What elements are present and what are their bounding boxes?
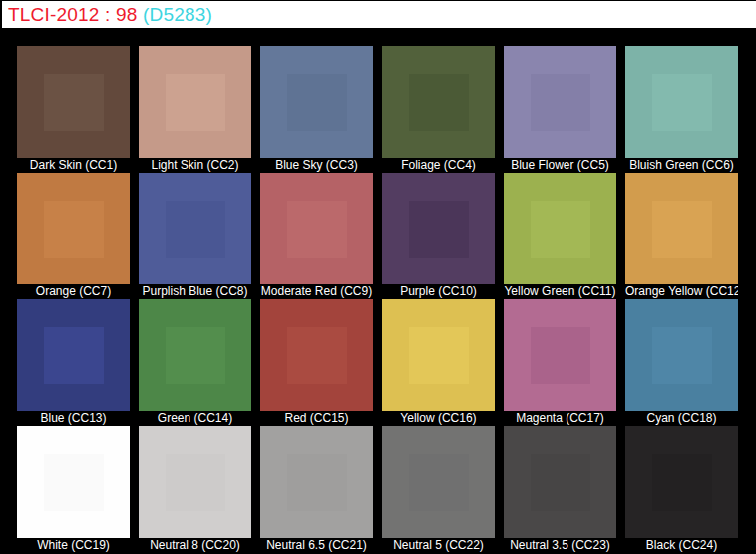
patch-swatch-inner-CC10: [409, 201, 469, 258]
patch-swatch-inner-CC12: [652, 201, 712, 258]
patch-cell-CC14: Green (CC14): [139, 299, 251, 426]
patch-label-CC2: Light Skin (CC2): [139, 158, 251, 173]
patch-swatch-inner-CC24: [652, 454, 712, 511]
patch-cell-CC4: Foliage (CC4): [382, 46, 495, 173]
patch-swatch-outer-CC5: [504, 46, 616, 158]
patch-cell-CC22: Neutral 5 (CC22): [382, 426, 495, 553]
patch-swatch-outer-CC2: [139, 46, 251, 158]
patch-label-CC1: Dark Skin (CC1): [17, 158, 130, 173]
patch-swatch-inner-CC7: [44, 201, 104, 258]
patch-swatch-outer-CC11: [504, 173, 616, 284]
patch-swatch-outer-CC23: [504, 426, 616, 538]
patch-swatch-inner-CC14: [166, 327, 225, 384]
patch-label-CC5: Blue Flower (CC5): [504, 158, 616, 173]
patch-swatch-inner-CC15: [287, 327, 347, 384]
patch-swatch-inner-CC2: [166, 74, 225, 131]
patch-swatch-inner-CC22: [409, 454, 469, 511]
patch-cell-CC13: Blue (CC13): [17, 299, 130, 426]
patch-label-CC21: Neutral 6.5 (CC21): [260, 538, 373, 553]
patch-label-CC16: Yellow (CC16): [382, 411, 495, 426]
patch-swatch-outer-CC18: [625, 299, 738, 411]
patch-swatch-inner-CC18: [652, 327, 712, 384]
patch-label-CC22: Neutral 5 (CC22): [382, 538, 495, 553]
patch-swatch-inner-CC6: [652, 74, 712, 131]
patch-cell-CC3: Blue Sky (CC3): [260, 46, 373, 173]
patch-swatch-outer-CC24: [625, 426, 738, 538]
patch-swatch-outer-CC17: [504, 299, 616, 411]
patch-swatch-outer-CC13: [17, 299, 130, 411]
patch-cell-CC24: Black (CC24): [625, 426, 738, 553]
patch-label-CC14: Green (CC14): [139, 411, 251, 426]
patch-swatch-inner-CC9: [287, 201, 347, 258]
patch-cell-CC23: Neutral 3.5 (CC23): [504, 426, 616, 553]
patch-cell-CC21: Neutral 6.5 (CC21): [260, 426, 373, 553]
patch-swatch-inner-CC20: [166, 454, 225, 511]
patch-label-CC12: Orange Yellow (CC12): [625, 284, 738, 299]
patch-label-CC17: Magenta (CC17): [504, 411, 616, 426]
patch-swatch-outer-CC19: [17, 426, 130, 538]
patch-swatch-outer-CC22: [382, 426, 495, 538]
patch-label-CC4: Foliage (CC4): [382, 158, 495, 173]
patch-swatch-outer-CC10: [382, 173, 495, 284]
patch-swatch-inner-CC13: [44, 327, 104, 384]
patch-cell-CC1: Dark Skin (CC1): [17, 46, 130, 173]
patch-cell-CC2: Light Skin (CC2): [139, 46, 251, 173]
patch-grid: Dark Skin (CC1)Light Skin (CC2)Blue Sky …: [17, 46, 738, 553]
patch-swatch-inner-CC19: [44, 454, 104, 511]
patch-swatch-outer-CC21: [260, 426, 373, 538]
patch-swatch-outer-CC1: [17, 46, 130, 158]
patch-label-CC10: Purple (CC10): [382, 284, 495, 299]
patch-label-CC11: Yellow Green (CC11): [504, 284, 616, 299]
patch-swatch-outer-CC16: [382, 299, 495, 411]
patch-label-CC20: Neutral 8 (CC20): [139, 538, 251, 553]
patch-swatch-outer-CC20: [139, 426, 251, 538]
patch-swatch-inner-CC5: [531, 74, 590, 131]
patch-swatch-inner-CC17: [531, 327, 590, 384]
patch-cell-CC6: Bluish Green (CC6): [625, 46, 738, 173]
patch-label-CC6: Bluish Green (CC6): [625, 158, 738, 173]
patch-swatch-outer-CC12: [625, 173, 738, 284]
patch-swatch-inner-CC3: [287, 74, 347, 131]
patch-label-CC18: Cyan (CC18): [625, 411, 738, 426]
patch-label-CC8: Purplish Blue (CC8): [139, 284, 251, 299]
patch-swatch-outer-CC3: [260, 46, 373, 158]
patch-label-CC3: Blue Sky (CC3): [260, 158, 373, 173]
patch-swatch-inner-CC16: [409, 327, 469, 384]
patch-swatch-inner-CC21: [287, 454, 347, 511]
patch-swatch-outer-CC4: [382, 46, 495, 158]
patch-swatch-inner-CC23: [531, 454, 590, 511]
patch-label-CC7: Orange (CC7): [17, 284, 130, 299]
patch-cell-CC9: Moderate Red (CC9): [260, 173, 373, 299]
patch-label-CC24: Black (CC24): [625, 538, 738, 553]
patch-cell-CC19: White (CC19): [17, 426, 130, 553]
patch-swatch-inner-CC4: [409, 74, 469, 131]
patch-cell-CC8: Purplish Blue (CC8): [139, 173, 251, 299]
patch-cell-CC20: Neutral 8 (CC20): [139, 426, 251, 553]
patch-label-CC9: Moderate Red (CC9): [260, 284, 373, 299]
tlci-score: TLCI-2012 : 98: [8, 4, 138, 26]
patch-label-CC15: Red (CC15): [260, 411, 373, 426]
patch-swatch-inner-CC11: [531, 201, 590, 258]
patch-swatch-outer-CC7: [17, 173, 130, 284]
patch-cell-CC16: Yellow (CC16): [382, 299, 495, 426]
title-bar: TLCI-2012 : 98 (D5283): [0, 0, 756, 28]
patch-swatch-inner-CC1: [44, 74, 104, 131]
patch-label-CC19: White (CC19): [17, 538, 130, 553]
patch-cell-CC18: Cyan (CC18): [625, 299, 738, 426]
illuminant-label: (D5283): [143, 4, 212, 26]
patch-cell-CC11: Yellow Green (CC11): [504, 173, 616, 299]
patch-swatch-outer-CC9: [260, 173, 373, 284]
patch-swatch-inner-CC8: [166, 201, 225, 258]
patch-label-CC23: Neutral 3.5 (CC23): [504, 538, 616, 553]
patch-cell-CC12: Orange Yellow (CC12): [625, 173, 738, 299]
patch-cell-CC10: Purple (CC10): [382, 173, 495, 299]
patch-swatch-outer-CC14: [139, 299, 251, 411]
patch-cell-CC15: Red (CC15): [260, 299, 373, 426]
patch-swatch-outer-CC8: [139, 173, 251, 284]
patch-cell-CC5: Blue Flower (CC5): [504, 46, 616, 173]
patch-cell-CC17: Magenta (CC17): [504, 299, 616, 426]
patch-cell-CC7: Orange (CC7): [17, 173, 130, 299]
patch-label-CC13: Blue (CC13): [17, 411, 130, 426]
patch-swatch-outer-CC6: [625, 46, 738, 158]
patch-swatch-outer-CC15: [260, 299, 373, 411]
